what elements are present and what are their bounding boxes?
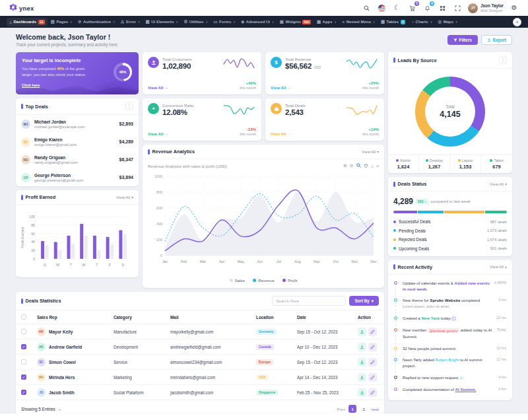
column-header-mail[interactable]: Mail	[165, 310, 251, 324]
cart-icon[interactable]: 5	[407, 3, 416, 13]
sort-by-button[interactable]: Sort By▾	[349, 296, 379, 306]
row-checkbox[interactable]: ✓	[21, 374, 26, 380]
pagination-page-1[interactable]: 1	[348, 405, 356, 413]
view-all-link[interactable]: View All →	[148, 131, 169, 136]
nav-item-authentication[interactable]: ⊘Authentication›	[75, 17, 117, 26]
menu-icon[interactable]: ≡	[376, 164, 379, 168]
row-checkbox[interactable]	[21, 329, 26, 334]
deals-status-view-all[interactable]: View All▾	[490, 182, 507, 186]
zoom-out-icon[interactable]: ⊖	[350, 163, 354, 168]
deals-status-row: Rejected Deals1,674 deals	[393, 237, 507, 242]
status-dot	[393, 247, 396, 250]
location-badge: Singapore	[256, 390, 278, 396]
filters-button[interactable]: Filters	[447, 35, 478, 45]
nav-scroll-next-icon[interactable]: ›	[513, 18, 521, 26]
row-checkbox[interactable]: ✓	[21, 344, 26, 349]
chevron-right-icon: ›	[206, 20, 207, 24]
timeline-dot	[394, 347, 397, 350]
download-action-icon[interactable]	[358, 358, 366, 367]
column-header-category[interactable]: Category	[108, 310, 165, 324]
more-options-icon[interactable]: ⋮	[499, 56, 507, 64]
leads-legend: Mobile1,624Desktop1,267Laptop1,153Tablet…	[388, 155, 512, 173]
dark-mode-icon[interactable]: ☾	[392, 3, 401, 13]
pan-icon[interactable]	[364, 163, 368, 168]
rep-name: Simon Cowel	[49, 360, 76, 365]
top-deal-row[interactable]: GPGeorge Pietersongeorge.pieterson@gmail…	[16, 168, 139, 186]
fullscreen-icon[interactable]	[453, 3, 462, 13]
nav-item-error[interactable]: ⚠Error›	[118, 17, 143, 26]
pagination-page-2[interactable]: 2	[360, 405, 368, 413]
search-input[interactable]	[272, 296, 346, 306]
column-header-date[interactable]: Date	[292, 310, 352, 324]
select-all-checkbox[interactable]	[21, 314, 26, 320]
pagination-prev[interactable]: Prev	[337, 407, 346, 411]
edit-action-icon[interactable]	[368, 373, 377, 382]
download-action-icon[interactable]	[358, 373, 366, 382]
nav-item-pages[interactable]: ▤Pages›	[48, 17, 75, 26]
nav-item-maps[interactable]: ◎Maps›	[435, 17, 459, 26]
row-checkbox[interactable]	[21, 359, 26, 365]
legend-item-sales[interactable]: Sales	[230, 278, 245, 283]
apps-grid-icon[interactable]	[438, 3, 447, 13]
top-deal-row[interactable]: MJMichael Jordanmichael.jordan@example.c…	[16, 115, 139, 133]
nav-item-ui-elements[interactable]: ▦Ui Elements›	[143, 17, 181, 26]
export-button[interactable]: Export	[481, 35, 512, 45]
legend-item-revenue[interactable]: Revenue	[253, 278, 275, 283]
download-action-icon[interactable]	[358, 328, 366, 336]
search-icon[interactable]	[362, 3, 371, 13]
activity-item: Replied to new support request ☺4 hrs	[394, 374, 506, 380]
svg-text:Dec: Dec	[370, 260, 377, 263]
conversion-sparkline	[222, 103, 256, 116]
status-bar-segment	[418, 211, 444, 213]
language-flag-icon[interactable]	[377, 3, 386, 13]
column-header-sales-rep[interactable]: Sales Rep	[32, 310, 108, 324]
selection-zoom-icon[interactable]	[356, 163, 361, 168]
svg-text:0: 0	[33, 257, 35, 261]
top-deal-row[interactable]: RORandy Origoanrandy.origoan@gmail.com$6…	[16, 151, 139, 168]
edit-action-icon[interactable]	[368, 358, 377, 367]
nav-item-dashboards[interactable]: ⌂Dashboards12	[7, 18, 48, 26]
svg-text:T: T	[96, 263, 98, 267]
home-icon[interactable]: ⌂	[371, 164, 374, 168]
app-logo[interactable]: ynex	[9, 2, 34, 14]
top-deal-row[interactable]: EKEmigo Kiarenemigo.kiaren@gmail.com$4,2…	[16, 133, 139, 151]
revenue-analytics-chart: 02004006008001000JanFebMarAprMayJunJulAu…	[148, 170, 378, 274]
edit-action-icon[interactable]	[368, 388, 377, 397]
edit-action-icon[interactable]	[368, 328, 377, 336]
dashboard-page: ynex ☾ 5 6 JT Json Taylor Web Designer	[0, 0, 528, 420]
revenue-view-all[interactable]: View All▾	[362, 149, 379, 154]
nav-item-nested-menu[interactable]: ≡Nested Menu›	[339, 18, 377, 26]
user-menu[interactable]: JT Json Taylor Web Designer	[468, 3, 504, 13]
legend-item-profit[interactable]: Profit	[282, 278, 297, 283]
more-options-icon[interactable]: ⋮	[125, 102, 133, 110]
target-click-here-link[interactable]: Click here	[22, 83, 40, 87]
nav-item-utilities[interactable]: ⚙Utilities›	[181, 17, 210, 26]
zoom-in-icon[interactable]: ⊕	[343, 163, 347, 168]
nav-item-advanced-ui[interactable]: ◈Advanced Ui›	[238, 17, 277, 26]
download-action-icon[interactable]	[358, 388, 366, 397]
nav-item-apps[interactable]: ▩Apps›	[314, 17, 339, 26]
view-all-link[interactable]: View All →	[271, 85, 292, 90]
deal-name: Emigo Kiaren	[34, 137, 77, 142]
deal-name: Michael Jordan	[34, 120, 85, 124]
pagination-next[interactable]: next	[371, 407, 379, 411]
settings-gear-icon[interactable]: ⚙	[510, 3, 519, 13]
rep-name: Mirinda Hers	[49, 375, 75, 380]
row-checkbox[interactable]: ✓	[21, 390, 26, 395]
view-all-link[interactable]: View All →	[148, 85, 169, 90]
nav-item-widgets[interactable]: ▣WidgetsHot	[277, 17, 314, 26]
nav-item-forms[interactable]: ▭Forms›	[211, 17, 238, 26]
nav-item-tables[interactable]: ▦Tables3	[378, 17, 408, 26]
notifications-icon[interactable]: 6	[422, 3, 432, 13]
view-all-link[interactable]: View All →	[271, 131, 292, 136]
timeline-dot	[394, 298, 397, 302]
recent-activity-view-all[interactable]: View All▾	[490, 265, 507, 269]
download-action-icon[interactable]	[358, 343, 366, 351]
svg-text:T: T	[70, 263, 73, 267]
profit-view-all[interactable]: View All▾	[116, 195, 133, 199]
column-header-location[interactable]: Location	[251, 310, 292, 324]
avatar: GP	[21, 173, 30, 182]
edit-action-icon[interactable]	[368, 343, 377, 351]
column-header-action[interactable]: Action	[352, 310, 384, 324]
nav-item-charts[interactable]: ◔Charts›	[409, 18, 434, 26]
